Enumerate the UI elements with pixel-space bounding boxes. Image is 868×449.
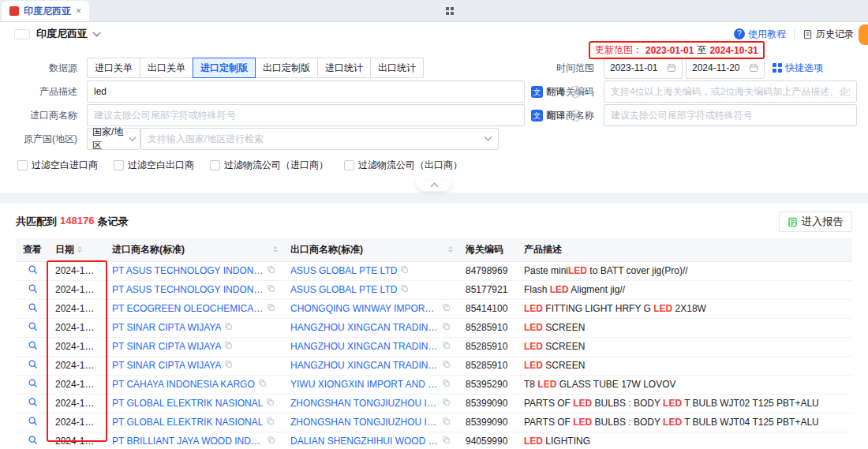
view-detail-icon[interactable] bbox=[28, 321, 38, 334]
copy-icon[interactable] bbox=[400, 265, 409, 276]
source-tab-3[interactable]: 进口定制版 bbox=[193, 58, 256, 78]
browser-extension-icon[interactable] bbox=[446, 6, 454, 17]
tutorial-label: 使用教程 bbox=[748, 28, 786, 41]
view-detail-icon[interactable] bbox=[28, 283, 38, 296]
hs-code-input[interactable] bbox=[604, 80, 857, 103]
view-detail-icon[interactable] bbox=[28, 378, 38, 391]
origin-country-input[interactable] bbox=[140, 128, 499, 150]
exact-match-toggle-icon[interactable] bbox=[570, 86, 582, 98]
hs-code-cell: 85285910 bbox=[459, 337, 518, 356]
tab-close-icon[interactable]: × bbox=[76, 6, 81, 17]
results-table-body: 2024-10-31PT ASUS TECHNOLOGY INDONESIA B… bbox=[16, 261, 852, 449]
source-tab-5[interactable]: 进口统计 bbox=[317, 58, 371, 78]
view-detail-icon[interactable] bbox=[28, 359, 38, 372]
product-desc-input[interactable] bbox=[87, 80, 525, 103]
source-tab-6[interactable]: 出口统计 bbox=[370, 58, 424, 78]
copy-icon[interactable] bbox=[442, 379, 451, 390]
exact-match-toggle-icon[interactable] bbox=[570, 110, 582, 122]
copy-icon[interactable] bbox=[258, 379, 267, 390]
exporter-link[interactable]: ZHONGSHAN TONGJIUZHOU INTERNA... bbox=[290, 398, 439, 409]
indonesia-flag-icon bbox=[14, 29, 30, 39]
filter-checkbox[interactable]: 过滤物流公司（出口商） bbox=[344, 159, 462, 172]
sort-icons[interactable] bbox=[273, 244, 278, 255]
importer-link[interactable]: PT ECOGREEN OLEOCHEMICALS bbox=[112, 303, 264, 314]
importer-input[interactable] bbox=[87, 104, 525, 126]
browser-tab[interactable]: 印度尼西亚 × bbox=[2, 1, 89, 21]
importer-link[interactable]: PT SINAR CIPTA WIJAYA bbox=[112, 341, 221, 352]
history-link[interactable]: 历史记录 bbox=[803, 28, 854, 41]
importer-link[interactable]: PT GLOBAL ELEKTRIK NASIONAL bbox=[112, 398, 263, 409]
exporter-link[interactable]: HANGZHOU XINGCAN TRADING CO LTD bbox=[290, 341, 439, 352]
copy-icon[interactable] bbox=[267, 265, 275, 276]
filter-checkbox[interactable]: 过滤空白出口商 bbox=[114, 159, 194, 172]
checkbox-icon[interactable] bbox=[17, 160, 28, 170]
exporter-link[interactable]: ASUS GLOBAL PTE LTD bbox=[290, 284, 397, 295]
copy-icon[interactable] bbox=[266, 398, 275, 409]
importer-link[interactable]: PT ASUS TECHNOLOGY INDONESIA BA... bbox=[112, 265, 264, 276]
importer-link[interactable]: PT GLOBAL ELEKTRIK NASIONAL bbox=[112, 417, 263, 428]
start-date-value: 2023-11-01 bbox=[610, 62, 658, 73]
importer-link[interactable]: PT SINAR CIPTA WIJAYA bbox=[112, 360, 221, 371]
copy-icon[interactable] bbox=[442, 322, 451, 333]
chevron-down-icon[interactable] bbox=[93, 29, 101, 37]
copy-icon[interactable] bbox=[442, 360, 451, 371]
browser-tab-title: 印度尼西亚 bbox=[24, 5, 71, 18]
calendar-icon bbox=[667, 63, 676, 73]
quick-options-link[interactable]: 快捷选项 bbox=[773, 62, 823, 75]
view-detail-icon[interactable] bbox=[28, 435, 38, 447]
source-tab-2[interactable]: 出口关单 bbox=[140, 58, 193, 78]
table-row: 2024-10-31PT ASUS TECHNOLOGY INDONESIA B… bbox=[16, 261, 852, 280]
exporter-link[interactable]: HANGZHOU XINGCAN TRADING CO LTD bbox=[290, 360, 439, 371]
checkbox-icon[interactable] bbox=[114, 160, 124, 170]
copy-icon[interactable] bbox=[267, 436, 275, 447]
copy-icon[interactable] bbox=[400, 284, 409, 295]
importer-link[interactable]: PT CAHAYA INDONESIA KARGO bbox=[112, 379, 255, 390]
exporter-link[interactable]: YIWU XIONGXIN IMPORT AND EXPORT... bbox=[290, 379, 439, 390]
column-header[interactable]: 日期 bbox=[49, 238, 106, 261]
country-selector-label[interactable]: 印度尼西亚 bbox=[36, 27, 88, 41]
sort-icons[interactable] bbox=[448, 244, 453, 255]
view-detail-icon[interactable] bbox=[28, 302, 38, 315]
importer-link[interactable]: PT SINAR CIPTA WIJAYA bbox=[112, 322, 221, 333]
exporter-link[interactable]: ZHONGSHAN TONGJIUZHOU INTERNA... bbox=[290, 417, 439, 428]
copy-icon[interactable] bbox=[442, 303, 451, 314]
copy-icon[interactable] bbox=[442, 436, 451, 447]
date-cell: 2024-10-31 bbox=[49, 280, 106, 299]
source-tab-1[interactable]: 进口关单 bbox=[87, 58, 140, 78]
exporter-input[interactable] bbox=[604, 104, 857, 126]
enter-report-button[interactable]: 进入报告 bbox=[779, 211, 852, 232]
exporter-link[interactable]: HANGZHOU XINGCAN TRADING CO LTD bbox=[290, 322, 439, 333]
view-detail-icon[interactable] bbox=[28, 264, 38, 277]
copy-icon[interactable] bbox=[266, 417, 275, 428]
filter-checkbox[interactable]: 过滤物流公司（进口商） bbox=[210, 159, 328, 172]
checkbox-icon[interactable] bbox=[210, 160, 220, 170]
source-tab-4[interactable]: 出口定制版 bbox=[255, 58, 318, 78]
copy-icon[interactable] bbox=[442, 398, 451, 409]
checkbox-icon[interactable] bbox=[344, 160, 354, 170]
start-date-input[interactable]: 2023-11-01 bbox=[604, 57, 683, 79]
importer-link[interactable]: PT ASUS TECHNOLOGY INDONESIA BA... bbox=[112, 284, 264, 295]
origin-type-select[interactable]: 国家/地区 bbox=[87, 128, 140, 150]
importer-link[interactable]: PT BRILLIANT JAYA WOOD INDUSTRY bbox=[112, 436, 264, 447]
exporter-link[interactable]: DALIAN SHENGZHIHUI WOOD INDUST... bbox=[290, 436, 439, 447]
copy-icon[interactable] bbox=[442, 417, 451, 428]
view-detail-icon[interactable] bbox=[28, 397, 38, 410]
copy-icon[interactable] bbox=[267, 303, 275, 314]
sort-icons[interactable] bbox=[77, 244, 82, 255]
copy-icon[interactable] bbox=[442, 341, 451, 352]
floating-widget-button[interactable] bbox=[859, 24, 868, 45]
copy-icon[interactable] bbox=[267, 284, 275, 295]
copy-icon[interactable] bbox=[224, 360, 233, 371]
exporter-link[interactable]: CHONGQING WINWAY IMPORT AND E... bbox=[290, 303, 439, 314]
filter-checkbox[interactable]: 过滤空白进口商 bbox=[17, 159, 98, 172]
column-header[interactable]: 进口商名称(标准) bbox=[106, 238, 284, 261]
end-date-input[interactable]: 2024-11-20 bbox=[686, 57, 765, 79]
copy-icon[interactable] bbox=[224, 322, 233, 333]
tutorial-link[interactable]: ? 使用教程 bbox=[734, 28, 786, 41]
column-header[interactable]: 出口商名称(标准) bbox=[284, 238, 459, 261]
view-detail-icon[interactable] bbox=[28, 416, 38, 428]
view-detail-icon[interactable] bbox=[28, 340, 38, 353]
exporter-link[interactable]: ASUS GLOBAL PTE LTD bbox=[290, 265, 397, 276]
collapse-filters-button[interactable] bbox=[416, 180, 452, 191]
copy-icon[interactable] bbox=[224, 341, 233, 352]
